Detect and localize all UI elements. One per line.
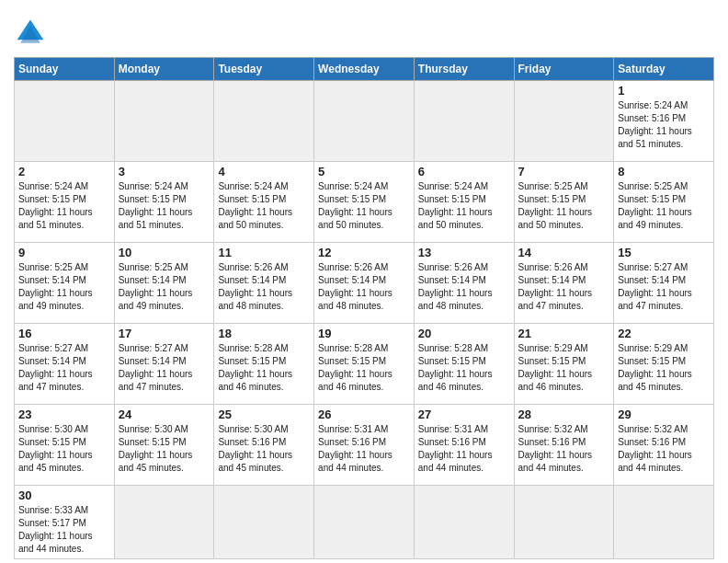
- day-number: 22: [618, 327, 710, 340]
- daylight-label: Daylight: 11 hours and 51 minutes.: [119, 207, 193, 230]
- header-day-sunday: Sunday: [15, 58, 115, 81]
- sunrise-label: Sunrise: 5:29 AM: [518, 343, 588, 353]
- sunrise-label: Sunrise: 5:26 AM: [218, 262, 288, 272]
- daylight-label: Daylight: 11 hours and 47 minutes.: [18, 369, 93, 392]
- day-info: Sunrise: 5:32 AMSunset: 5:16 PMDaylight:…: [518, 423, 610, 475]
- header-row: SundayMondayTuesdayWednesdayThursdayFrid…: [15, 58, 714, 81]
- sunset-label: Sunset: 5:15 PM: [618, 194, 686, 204]
- calendar-cell: 13Sunrise: 5:26 AMSunset: 5:14 PMDayligh…: [414, 243, 514, 324]
- calendar-cell: [314, 486, 415, 559]
- day-info: Sunrise: 5:30 AMSunset: 5:15 PMDaylight:…: [18, 423, 110, 475]
- sunrise-label: Sunrise: 5:24 AM: [18, 181, 88, 191]
- daylight-label: Daylight: 11 hours and 51 minutes.: [618, 126, 692, 149]
- sunrise-label: Sunrise: 5:25 AM: [119, 262, 188, 272]
- calendar-cell: 18Sunrise: 5:28 AMSunset: 5:15 PMDayligh…: [214, 324, 314, 405]
- day-number: 27: [418, 408, 510, 421]
- header-day-friday: Friday: [514, 58, 614, 81]
- calendar-cell: [114, 486, 214, 559]
- header-day-wednesday: Wednesday: [314, 58, 415, 81]
- sunrise-label: Sunrise: 5:28 AM: [418, 343, 488, 353]
- day-number: 2: [18, 165, 110, 178]
- header-day-thursday: Thursday: [414, 58, 514, 81]
- sunrise-label: Sunrise: 5:32 AM: [618, 424, 688, 434]
- sunrise-label: Sunrise: 5:31 AM: [318, 424, 388, 434]
- day-info: Sunrise: 5:24 AMSunset: 5:15 PMDaylight:…: [418, 180, 510, 232]
- sunset-label: Sunset: 5:16 PM: [418, 437, 486, 447]
- sunset-label: Sunset: 5:16 PM: [318, 437, 386, 447]
- day-info: Sunrise: 5:31 AMSunset: 5:16 PMDaylight:…: [418, 423, 510, 475]
- daylight-label: Daylight: 11 hours and 49 minutes.: [18, 288, 93, 311]
- day-info: Sunrise: 5:27 AMSunset: 5:14 PMDaylight:…: [18, 342, 110, 394]
- logo: [14, 17, 51, 50]
- day-info: Sunrise: 5:28 AMSunset: 5:15 PMDaylight:…: [318, 342, 410, 394]
- sunset-label: Sunset: 5:15 PM: [119, 194, 187, 204]
- calendar-cell: 3Sunrise: 5:24 AMSunset: 5:15 PMDaylight…: [114, 162, 214, 243]
- day-info: Sunrise: 5:32 AMSunset: 5:16 PMDaylight:…: [618, 423, 710, 475]
- sunset-label: Sunset: 5:16 PM: [618, 437, 686, 447]
- sunrise-label: Sunrise: 5:25 AM: [18, 262, 88, 272]
- sunset-label: Sunset: 5:14 PM: [18, 356, 86, 366]
- day-number: 1: [618, 84, 710, 98]
- day-number: 5: [318, 165, 410, 178]
- calendar-cell: 5Sunrise: 5:24 AMSunset: 5:15 PMDaylight…: [314, 162, 415, 243]
- header-day-saturday: Saturday: [614, 58, 714, 81]
- day-number: 14: [518, 246, 610, 259]
- calendar-cell: 9Sunrise: 5:25 AMSunset: 5:14 PMDaylight…: [15, 243, 115, 324]
- day-number: 21: [518, 327, 610, 340]
- day-info: Sunrise: 5:26 AMSunset: 5:14 PMDaylight:…: [218, 261, 310, 313]
- daylight-label: Daylight: 11 hours and 48 minutes.: [318, 288, 392, 311]
- calendar-cell: [514, 486, 614, 559]
- day-number: 18: [218, 327, 310, 340]
- header-day-tuesday: Tuesday: [214, 58, 314, 81]
- day-info: Sunrise: 5:24 AMSunset: 5:15 PMDaylight:…: [218, 180, 310, 232]
- calendar-cell: 26Sunrise: 5:31 AMSunset: 5:16 PMDayligh…: [314, 405, 415, 486]
- daylight-label: Daylight: 11 hours and 47 minutes.: [518, 288, 593, 311]
- calendar-cell: 2Sunrise: 5:24 AMSunset: 5:15 PMDaylight…: [15, 162, 115, 243]
- daylight-label: Daylight: 11 hours and 45 minutes.: [119, 450, 193, 473]
- sunrise-label: Sunrise: 5:33 AM: [18, 505, 88, 515]
- calendar-cell: 17Sunrise: 5:27 AMSunset: 5:14 PMDayligh…: [114, 324, 214, 405]
- sunset-label: Sunset: 5:14 PM: [119, 275, 187, 285]
- daylight-label: Daylight: 11 hours and 50 minutes.: [418, 207, 493, 230]
- day-number: 3: [119, 165, 210, 178]
- calendar-cell: [514, 81, 614, 162]
- calendar-cell: [15, 81, 115, 162]
- day-info: Sunrise: 5:33 AMSunset: 5:17 PMDaylight:…: [18, 504, 110, 556]
- calendar-cell: [214, 486, 314, 559]
- week-row-4: 23Sunrise: 5:30 AMSunset: 5:15 PMDayligh…: [15, 405, 714, 486]
- sunset-label: Sunset: 5:15 PM: [518, 194, 586, 204]
- day-number: 7: [518, 165, 610, 178]
- sunrise-label: Sunrise: 5:27 AM: [618, 262, 688, 272]
- sunset-label: Sunset: 5:14 PM: [318, 275, 386, 285]
- day-info: Sunrise: 5:27 AMSunset: 5:14 PMDaylight:…: [618, 261, 710, 313]
- day-info: Sunrise: 5:24 AMSunset: 5:15 PMDaylight:…: [318, 180, 410, 232]
- sunset-label: Sunset: 5:16 PM: [218, 437, 286, 447]
- week-row-1: 2Sunrise: 5:24 AMSunset: 5:15 PMDaylight…: [15, 162, 714, 243]
- daylight-label: Daylight: 11 hours and 44 minutes.: [518, 450, 593, 473]
- week-row-3: 16Sunrise: 5:27 AMSunset: 5:14 PMDayligh…: [15, 324, 714, 405]
- daylight-label: Daylight: 11 hours and 46 minutes.: [218, 369, 292, 392]
- day-number: 29: [618, 408, 710, 421]
- sunrise-label: Sunrise: 5:30 AM: [18, 424, 88, 434]
- sunrise-label: Sunrise: 5:30 AM: [119, 424, 188, 434]
- daylight-label: Daylight: 11 hours and 50 minutes.: [218, 207, 292, 230]
- daylight-label: Daylight: 11 hours and 49 minutes.: [618, 207, 692, 230]
- calendar-cell: [314, 81, 415, 162]
- daylight-label: Daylight: 11 hours and 50 minutes.: [318, 207, 392, 230]
- day-info: Sunrise: 5:24 AMSunset: 5:15 PMDaylight:…: [119, 180, 210, 232]
- daylight-label: Daylight: 11 hours and 49 minutes.: [119, 288, 193, 311]
- calendar-cell: 29Sunrise: 5:32 AMSunset: 5:16 PMDayligh…: [614, 405, 714, 486]
- day-number: 20: [418, 327, 510, 340]
- sunset-label: Sunset: 5:15 PM: [218, 356, 286, 366]
- daylight-label: Daylight: 11 hours and 44 minutes.: [18, 531, 93, 554]
- calendar-cell: 1Sunrise: 5:24 AMSunset: 5:16 PMDaylight…: [614, 81, 714, 162]
- sunset-label: Sunset: 5:15 PM: [18, 437, 86, 447]
- calendar-cell: 10Sunrise: 5:25 AMSunset: 5:14 PMDayligh…: [114, 243, 214, 324]
- sunrise-label: Sunrise: 5:26 AM: [418, 262, 488, 272]
- sunset-label: Sunset: 5:15 PM: [618, 356, 686, 366]
- day-info: Sunrise: 5:24 AMSunset: 5:15 PMDaylight:…: [18, 180, 110, 232]
- calendar-cell: 6Sunrise: 5:24 AMSunset: 5:15 PMDaylight…: [414, 162, 514, 243]
- sunset-label: Sunset: 5:17 PM: [18, 518, 86, 528]
- calendar-header: SundayMondayTuesdayWednesdayThursdayFrid…: [15, 58, 714, 81]
- calendar-cell: 8Sunrise: 5:25 AMSunset: 5:15 PMDaylight…: [614, 162, 714, 243]
